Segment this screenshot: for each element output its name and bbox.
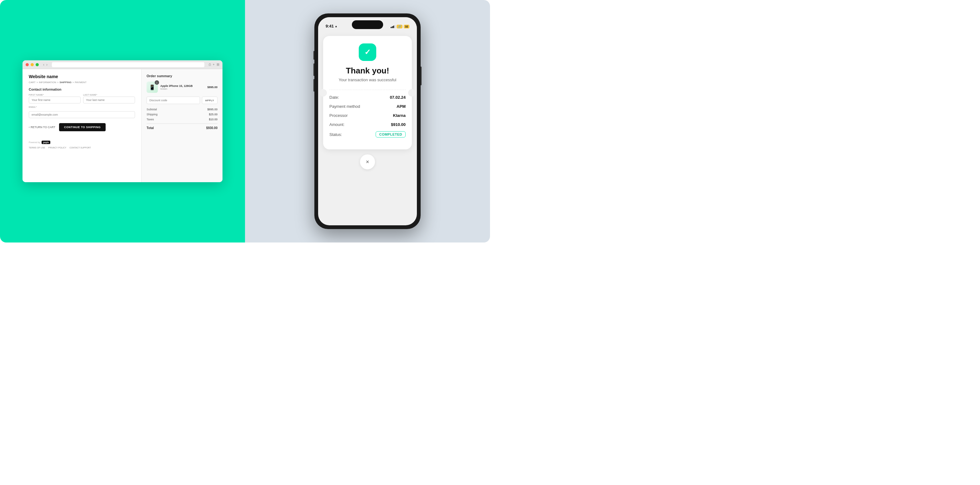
phone-screen: 9:41 ▲ 🔗 32 (318, 17, 417, 225)
name-row: FIRST NAME* LAST NAME* (29, 94, 135, 103)
item-quantity-badge: 1 (155, 80, 159, 85)
taxes-row: Taxes $10.00 (146, 118, 218, 121)
phone-status-bar: 9:41 ▲ 🔗 32 (318, 17, 417, 31)
processor-label: Processor (329, 113, 348, 118)
product-icon: 📱 (149, 84, 155, 90)
apply-discount-button[interactable]: APPLY (202, 97, 218, 104)
footer-links: TERMS OF USE PRIVACY POLICY CONTACT SUPP… (29, 146, 135, 149)
payment-method-label: Payment method (329, 104, 360, 109)
volume-up-button (313, 64, 314, 76)
fullscreen-traffic-light[interactable] (36, 63, 39, 66)
payment-method-row: Payment method APM (329, 104, 406, 109)
tear-notch-left (320, 89, 327, 97)
browser-nav: ‹ › (43, 62, 48, 67)
phone-time: 9:41 ▲ (326, 24, 337, 29)
powered-by: Powered by paytx (29, 141, 135, 144)
card-divider (329, 90, 406, 90)
total-row: Total $930.00 (146, 126, 218, 130)
shipping-row: Shipping $25.00 (146, 113, 218, 116)
bookmark-icon[interactable]: + (213, 62, 215, 67)
product-price: $895.00 (207, 86, 218, 89)
breadcrumb: CART > INFORMATION > SHIPPING > PAYMENT (29, 81, 135, 84)
shipping-value: $25.00 (209, 113, 218, 116)
volume-down-button (313, 79, 314, 92)
shipping-label: Shipping (146, 113, 158, 116)
browser-window: ‹ › ⎙ + ⊞ Website name CART > INFORMATIO… (22, 60, 223, 182)
last-name-group: LAST NAME* (83, 94, 135, 103)
discount-row: APPLY (146, 97, 218, 104)
checkmark-icon: ✓ (364, 48, 371, 57)
status-row: Status: COMPLETED (329, 131, 406, 137)
left-panel: ‹ › ⎙ + ⊞ Website name CART > INFORMATIO… (0, 0, 245, 243)
browser-titlebar: ‹ › ⎙ + ⊞ (22, 60, 223, 69)
phone-body: ✓ Thank you! Your transaction was succes… (318, 31, 417, 225)
address-bar[interactable] (52, 62, 204, 67)
time-display: 9:41 (326, 24, 334, 29)
privacy-link[interactable]: PRIVACY POLICY (48, 146, 67, 149)
subtotal-label: Subtotal (146, 108, 157, 111)
success-icon-wrapper: ✓ (359, 43, 376, 61)
product-variant: Green (160, 87, 205, 90)
taxes-value: $10.00 (209, 118, 218, 121)
link-icon: 🔗 (396, 25, 402, 29)
breadcrumb-shipping[interactable]: SHIPPING (59, 81, 71, 84)
success-title: Thank you! (346, 66, 390, 76)
breadcrumb-sep1: > (37, 81, 38, 84)
success-card: ✓ Thank you! Your transaction was succes… (323, 36, 412, 149)
browser-actions: ⎙ + ⊞ (209, 62, 220, 67)
success-subtitle: Your transaction was successful (339, 78, 396, 82)
last-name-label: LAST NAME* (83, 94, 135, 96)
first-name-group: FIRST NAME* (29, 94, 81, 103)
breadcrumb-cart[interactable]: CART (29, 81, 36, 84)
taxes-label: Taxes (146, 118, 154, 121)
status-label: Status: (329, 132, 342, 137)
signal-bars (391, 25, 395, 28)
return-chevron-icon: ‹ (29, 126, 30, 129)
return-to-cart-label: RETURN TO CART (30, 126, 55, 129)
dynamic-island (352, 20, 383, 29)
order-summary-title: Order summary (146, 74, 218, 78)
continue-to-shipping-button[interactable]: CONTINUE TO SHIPPING (59, 123, 106, 131)
share-icon[interactable]: ⎙ (209, 62, 211, 67)
order-summary-section: Order summary 📱 1 Apple iPhone 15, 128GB… (141, 69, 223, 182)
email-group: EMAIL* (29, 106, 135, 118)
processor-row: Processor Klarna (329, 113, 406, 118)
tear-notch-right (408, 89, 415, 97)
forward-button[interactable]: › (46, 62, 48, 67)
breadcrumb-payment[interactable]: PAYMENT (75, 81, 86, 84)
close-button[interactable]: × (360, 154, 375, 169)
form-actions: ‹ RETURN TO CART CONTINUE TO SHIPPING (29, 123, 135, 131)
order-item: 📱 1 Apple iPhone 15, 128GB Green $895.00 (146, 81, 218, 93)
product-name: Apple iPhone 15, 128GB (160, 84, 205, 87)
last-name-input[interactable] (83, 97, 135, 103)
total-value: $930.00 (206, 126, 218, 130)
discount-code-input[interactable] (146, 97, 200, 104)
powered-by-label: Powered by (29, 141, 40, 143)
phone-mockup: 9:41 ▲ 🔗 32 (314, 13, 421, 229)
breadcrumb-information[interactable]: INFORMATION (39, 81, 56, 84)
minimize-traffic-light[interactable] (30, 63, 34, 66)
tabs-icon[interactable]: ⊞ (216, 62, 220, 67)
email-input[interactable] (29, 111, 135, 118)
breadcrumb-sep2: > (57, 81, 59, 84)
product-info: Apple iPhone 15, 128GB Green (160, 84, 205, 90)
contact-link[interactable]: CONTACT SUPPORT (69, 146, 91, 149)
location-icon: ▲ (335, 25, 337, 28)
paytx-logo: paytx (41, 141, 50, 144)
terms-link[interactable]: TERMS OF USE (29, 146, 45, 149)
contact-section-title: Contact information (29, 87, 135, 91)
signal-bar-2 (392, 26, 393, 28)
amount-row: Amount: $910.00 (329, 122, 406, 127)
battery-badge: 32 (404, 25, 409, 29)
payment-method-value: APM (396, 104, 406, 109)
close-traffic-light[interactable] (25, 63, 29, 66)
subtotal-row: Subtotal $895.00 (146, 108, 218, 111)
back-button[interactable]: ‹ (43, 62, 45, 67)
first-name-input[interactable] (29, 97, 81, 103)
phone-status-icons: 🔗 32 (391, 25, 409, 29)
subtotal-value: $895.00 (207, 108, 218, 111)
return-to-cart-button[interactable]: ‹ RETURN TO CART (29, 126, 55, 129)
date-row: Date: 07.02.24 (329, 95, 406, 100)
signal-bar-3 (393, 25, 394, 28)
site-name: Website name (29, 74, 135, 79)
